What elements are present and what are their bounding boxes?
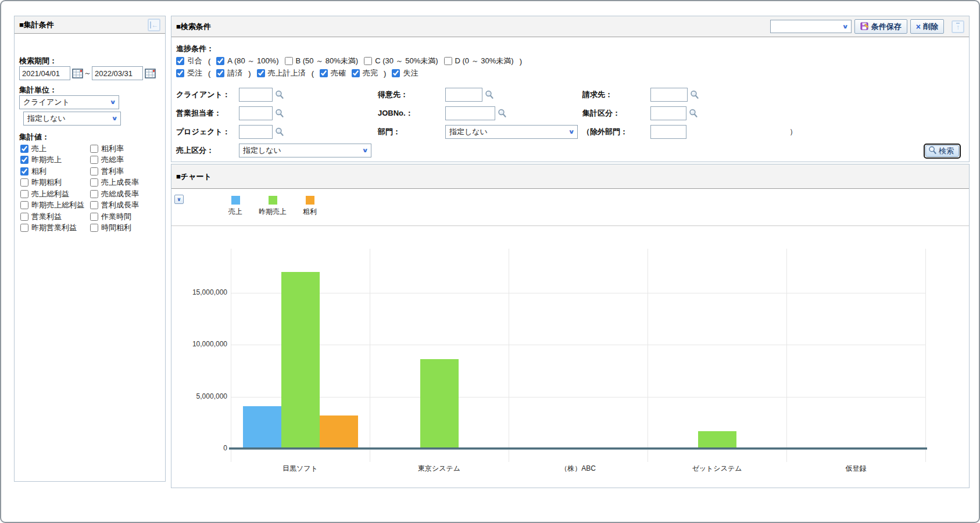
form-row-3: プロジェクト： 部門： 指定しない ∨ （除外部門： ） [176, 125, 964, 139]
progress-condition-checkbox[interactable] [364, 57, 372, 65]
search-button[interactable]: 検索 [924, 144, 961, 159]
agg-value-item-checkbox[interactable] [90, 178, 98, 187]
progress-condition-checkbox[interactable] [352, 69, 360, 77]
date-to-input[interactable] [92, 66, 143, 80]
progress-condition-checkbox[interactable] [216, 57, 224, 65]
agg-value-item[interactable]: 昨期売上総利益 [20, 200, 90, 212]
progress-condition-checkbox[interactable] [320, 69, 328, 77]
progress-condition-checkbox[interactable] [392, 69, 400, 77]
progress-condition-label: A (80 ～ 100%) [227, 56, 278, 66]
job-no-input[interactable] [445, 106, 495, 120]
magnifier-icon[interactable] [275, 127, 284, 137]
progress-condition[interactable]: 請済 [216, 68, 242, 78]
magnifier-icon[interactable] [690, 90, 699, 100]
paren-text: ( [208, 57, 210, 66]
progress-condition-checkbox[interactable] [176, 57, 184, 65]
calendar-icon[interactable] [145, 68, 156, 78]
project-input[interactable] [239, 125, 273, 139]
billing-input[interactable] [650, 88, 688, 102]
progress-condition-checkbox[interactable] [285, 57, 293, 65]
agg-value-item-checkbox[interactable] [20, 201, 28, 209]
agg-value-item-checkbox[interactable] [20, 145, 28, 153]
aggregation-unit-select[interactable]: クライアント ∨ [19, 95, 119, 109]
saved-conditions-select[interactable]: ∨ [770, 20, 852, 33]
agg-value-item[interactable]: 作業時間 [90, 211, 139, 223]
y-axis-tick-label: 5,000,000 [174, 392, 227, 400]
agg-value-item-checkbox[interactable] [20, 167, 28, 175]
aggregation-unit-sub-select[interactable]: 指定しない ∨ [23, 112, 121, 126]
delete-conditions-button[interactable]: × 削除 [910, 19, 944, 34]
agg-value-item-checkbox[interactable] [20, 190, 28, 198]
agg-value-item-checkbox[interactable] [90, 213, 98, 221]
progress-condition-checkbox[interactable] [444, 57, 452, 65]
collapse-panel-left-button[interactable]: ← [148, 19, 160, 31]
chart-gridline [786, 249, 787, 462]
progress-condition-checkbox[interactable] [216, 69, 224, 77]
x-axis-category-label: 目黒ソフト [231, 464, 370, 474]
client-input[interactable] [239, 88, 273, 102]
progress-condition-label: 失注 [403, 68, 418, 78]
agg-value-item-checkbox[interactable] [20, 156, 28, 164]
agg-value-item-checkbox[interactable] [20, 224, 28, 232]
date-from-input[interactable] [19, 66, 70, 80]
agg-value-item-checkbox[interactable] [20, 213, 28, 221]
progress-condition[interactable]: A (80 ～ 100%) [216, 56, 278, 66]
progress-condition[interactable]: 売確 [320, 68, 346, 78]
progress-condition[interactable]: 受注 [176, 68, 202, 78]
progress-condition[interactable]: C (30 ～ 50%未満) [364, 56, 438, 66]
sales-rep-input[interactable] [239, 106, 273, 120]
agg-value-item[interactable]: 売上総利益 [20, 188, 90, 200]
progress-conditions-row-1: 引合(A (80 ～ 100%)B (50 ～ 80%未満)C (30 ～ 50… [176, 56, 522, 66]
agg-value-item[interactable]: 昨期粗利 [20, 177, 90, 189]
agg-value-item[interactable]: 粗利 [20, 166, 90, 177]
progress-condition[interactable]: 売上計上済 [257, 68, 306, 78]
chart-bar[interactable] [243, 406, 281, 449]
magnifier-icon[interactable] [485, 90, 494, 100]
chart-bar[interactable] [698, 431, 736, 449]
sales-class-select[interactable]: 指定しない ∨ [239, 144, 371, 157]
chart-bar[interactable] [420, 359, 459, 449]
department-select[interactable]: 指定しない ∨ [445, 125, 578, 139]
agg-value-item-checkbox[interactable] [90, 167, 98, 175]
magnifier-icon[interactable] [498, 109, 507, 119]
agg-value-item[interactable]: 売上 [20, 143, 90, 155]
collapse-panel-up-button[interactable]: ↑ [952, 20, 964, 33]
progress-condition[interactable]: 売完 [352, 68, 378, 78]
progress-condition[interactable]: B (50 ～ 80%未満) [285, 56, 359, 66]
agg-value-item[interactable]: 売総率 [90, 155, 139, 166]
agg-value-item-checkbox[interactable] [90, 156, 98, 164]
agg-value-item[interactable]: 営業利益 [20, 211, 90, 223]
chart-gridline [231, 249, 231, 462]
agg-value-item[interactable]: 営利率 [90, 166, 139, 177]
calendar-icon[interactable] [72, 68, 83, 78]
agg-value-item-checkbox[interactable] [90, 224, 98, 232]
agg-value-item[interactable]: 粗利率 [90, 143, 139, 155]
chart-bar[interactable] [281, 272, 320, 449]
exclude-dept-input[interactable] [650, 125, 686, 139]
save-conditions-button[interactable]: 条件保存 [854, 19, 907, 34]
agg-value-item-checkbox[interactable] [20, 178, 28, 187]
magnifier-icon[interactable] [275, 90, 284, 100]
agg-value-item-checkbox[interactable] [90, 190, 98, 198]
agg-value-item[interactable]: 時間粗利 [90, 223, 139, 234]
agg-value-item[interactable]: 昨期売上 [20, 155, 90, 166]
exclude-dept-label: （除外部門： [582, 125, 628, 139]
agg-value-item-checkbox[interactable] [90, 145, 98, 153]
progress-condition-checkbox[interactable] [176, 69, 184, 77]
progress-condition[interactable]: 引合 [176, 56, 202, 66]
progress-condition[interactable]: D (0 ～ 30%未満) [444, 56, 514, 66]
customer-input[interactable] [445, 88, 482, 102]
agg-value-item[interactable]: 営利成長率 [90, 200, 139, 212]
billing-label: 請求先： [582, 88, 613, 102]
progress-condition[interactable]: 失注 [392, 68, 418, 78]
agg-value-item-checkbox[interactable] [90, 201, 98, 209]
magnifier-icon[interactable] [275, 109, 284, 119]
collapse-left-icon: ← [150, 22, 159, 28]
progress-condition-checkbox[interactable] [257, 69, 265, 77]
agg-value-item[interactable]: 昨期営業利益 [20, 223, 90, 234]
agg-class-input[interactable] [650, 106, 686, 120]
agg-value-item[interactable]: 売総成長率 [90, 188, 139, 200]
chart-bar[interactable] [320, 415, 358, 449]
agg-value-item[interactable]: 売上成長率 [90, 177, 139, 189]
magnifier-icon[interactable] [689, 109, 698, 119]
